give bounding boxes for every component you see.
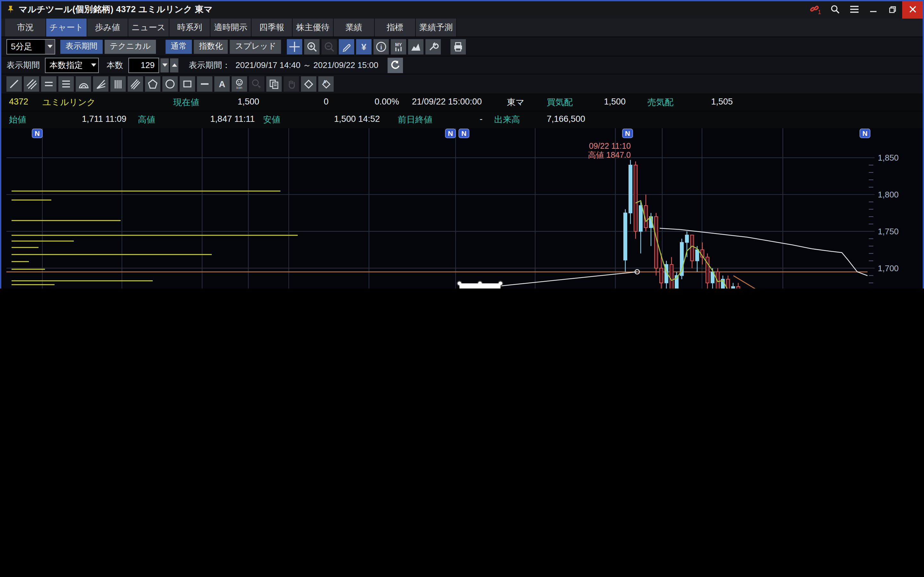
normal-button[interactable]: 通常 — [166, 39, 192, 53]
area-icon[interactable] — [409, 39, 424, 54]
draw-ellipse-icon[interactable] — [162, 76, 178, 92]
zoom-out-icon — [322, 39, 337, 54]
svg-text:A: A — [219, 79, 225, 89]
svg-text:A: A — [323, 79, 326, 84]
candle-down — [634, 165, 637, 231]
price-axis-label: 1,700 — [878, 263, 899, 273]
link-count: 1 — [818, 9, 821, 15]
draw-trend-line-icon[interactable] — [6, 76, 22, 92]
candle-up — [629, 165, 632, 213]
count-input[interactable]: 129 — [128, 57, 159, 73]
open-label: 始値 — [9, 114, 26, 126]
tab-chart[interactable]: チャート — [46, 19, 87, 37]
period-label: 表示期間 — [6, 59, 40, 71]
draw-pitchfork-icon[interactable] — [128, 76, 143, 92]
tab-benefit[interactable]: 株主優待 — [292, 19, 334, 37]
zoom-in-icon[interactable] — [304, 39, 320, 54]
draw-horizontal-3-icon[interactable] — [58, 76, 74, 92]
market-label: 東マ — [507, 97, 525, 108]
candle-down — [690, 235, 694, 261]
crosshair-icon[interactable] — [287, 39, 302, 54]
draw-text-icon[interactable]: A — [214, 76, 230, 92]
tab-tick[interactable]: 歩み値 — [87, 19, 128, 37]
restore-button[interactable] — [883, 0, 902, 19]
tab-forecast[interactable]: 業績予測 — [416, 19, 457, 37]
period-mode-value: 本数指定 — [49, 59, 83, 71]
reset-period-button[interactable] — [387, 57, 403, 73]
count-up-button[interactable] — [170, 58, 178, 72]
info-icon[interactable]: i — [374, 39, 389, 54]
news-marker-label: N — [35, 129, 40, 137]
quote-row-1: 4372 ユミルリンク 現在値 1,500 0 0.00% 21/09/22 1… — [1, 94, 923, 111]
range-value: 2021/09/17 14:40 ～ 2021/09/22 15:00 — [236, 59, 378, 71]
print-icon[interactable] — [451, 39, 466, 54]
news-marker-label: N — [863, 129, 867, 137]
app-window: マルチツール(個別銘柄) 4372 ユミルリンク 東マ 1 — [0, 0, 924, 288]
tab-market[interactable]: 市況 — [5, 19, 46, 37]
tab-news[interactable]: ニュース — [128, 19, 170, 37]
technical-button[interactable]: テクニカル — [105, 39, 156, 53]
ask-label: 売気配 — [648, 97, 674, 108]
low-value: 1,500 14:52 — [306, 114, 380, 124]
draw-eraser-all-icon[interactable]: A — [318, 76, 334, 92]
interval-select[interactable]: 5分足 — [6, 39, 55, 54]
draw-hand-icon — [284, 76, 299, 92]
candle-down — [726, 279, 730, 288]
prev-close-label: 前日終値 — [398, 114, 433, 126]
ask-value: 1,505 — [676, 97, 733, 106]
display-period-button[interactable]: 表示期間 — [60, 39, 103, 53]
window-title: マルチツール(個別銘柄) 4372 ユミルリンク 東マ — [19, 3, 213, 15]
count-down-button[interactable] — [160, 58, 169, 72]
close-button[interactable] — [902, 0, 923, 19]
prev-close-value: - — [451, 114, 483, 124]
draw-pointer-select-icon — [249, 76, 264, 92]
high-annotation: 09/22 11:10 高値 1847.0 — [535, 142, 631, 160]
draw-toolbar: AiconA — [1, 74, 924, 93]
tab-results[interactable]: 業績 — [334, 19, 375, 37]
window-border-top — [0, 0, 924, 1]
spread-button[interactable]: スプレッド — [230, 39, 281, 53]
high-label: 高値 — [138, 114, 155, 126]
svg-text:icon: icon — [236, 86, 242, 89]
draw-eraser-icon[interactable] — [301, 76, 317, 92]
draw-fan-lines-icon[interactable] — [93, 76, 108, 92]
chart-annotation-box[interactable]: 1694 1694G 0 — [459, 284, 501, 288]
search-icon[interactable] — [825, 0, 845, 19]
draw-pentagon-icon[interactable] — [145, 76, 160, 92]
menu-icon[interactable] — [845, 0, 864, 19]
news-marker-label: N — [448, 129, 453, 137]
draw-fibonacci-arc-icon[interactable] — [76, 76, 91, 92]
draw-copy-icon[interactable] — [266, 76, 282, 92]
wrench-icon[interactable] — [426, 39, 441, 54]
tab-indicators[interactable]: 指標 — [375, 19, 416, 37]
draw-parallel-hatch-icon[interactable] — [24, 76, 39, 92]
tab-timeseries[interactable]: 時系列 — [170, 19, 210, 37]
pushpin-icon — [6, 5, 15, 14]
draw-rectangle-icon[interactable] — [180, 76, 195, 92]
minimize-button[interactable] — [864, 0, 883, 19]
draw-horizontal-2-icon[interactable] — [41, 76, 57, 92]
draw-segment-icon[interactable] — [197, 76, 212, 92]
indexed-button[interactable]: 指数化 — [194, 39, 228, 53]
period-mode-select[interactable]: 本数指定 — [45, 57, 99, 73]
volume-label: 出来高 — [494, 114, 520, 126]
stock-name: ユミルリンク — [42, 97, 95, 108]
tab-disclosure[interactable]: 適時開示 — [210, 19, 252, 37]
chevron-down-icon — [89, 58, 98, 72]
tab-shikiho[interactable]: 四季報 — [252, 19, 292, 37]
draw-vertical-lines-icon[interactable] — [110, 76, 126, 92]
link-icon[interactable]: 1 — [806, 0, 825, 19]
draw-icon-stamp-icon[interactable]: icon — [232, 76, 247, 92]
title-bar: マルチツール(個別銘柄) 4372 ユミルリンク 東マ 1 — [1, 0, 923, 19]
yen-icon[interactable]: ¥ — [357, 39, 372, 54]
candle-down — [660, 268, 663, 283]
window-border-right — [923, 0, 924, 288]
price-axis-label: 1,850 — [878, 153, 899, 163]
my-chart-icon[interactable]: MY — [391, 39, 407, 54]
pencil-icon[interactable] — [339, 39, 355, 54]
bid-label: 買気配 — [547, 97, 573, 108]
candle-up — [732, 287, 735, 288]
window-border-left — [0, 0, 1, 288]
volume-value: 7,166,500 — [533, 114, 585, 124]
candle-up — [639, 205, 642, 231]
